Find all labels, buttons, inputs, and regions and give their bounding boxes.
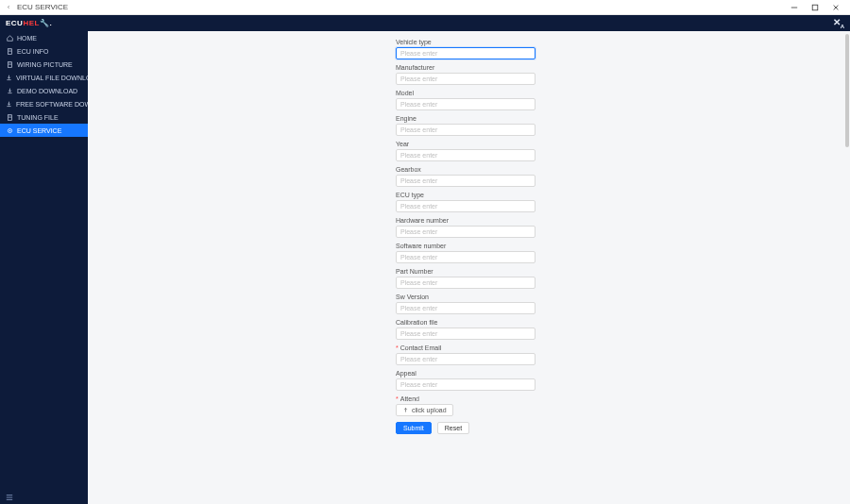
sidebar-item-label: WIRING PICTURE — [17, 61, 73, 68]
field-label: Vehicle type — [396, 39, 837, 45]
reset-button[interactable]: Reset — [437, 422, 469, 434]
field-label: Engine — [396, 115, 837, 122]
form-actions: SubmitReset — [396, 422, 837, 434]
sidebar-item-ecu-info[interactable]: ECU INFO — [0, 44, 88, 58]
nav-list: HOMEECU INFOWIRING PICTUREVIRTUAL FILE D… — [0, 31, 88, 137]
field-vehicle-type: Vehicle type — [396, 39, 837, 59]
field-label: Calibration file — [396, 319, 837, 326]
field-contact-email: *Contact Email — [396, 344, 837, 365]
svg-rect-1 — [812, 5, 818, 10]
app-header: ECUHEL🔧. ✕A — [0, 15, 850, 31]
home-icon — [6, 34, 13, 42]
scrollbar[interactable] — [845, 34, 849, 501]
maximize-button[interactable] — [805, 1, 825, 14]
upload-label: click upload — [412, 407, 447, 413]
field-label: ECU type — [396, 192, 837, 198]
file-icon — [6, 113, 13, 121]
field-ecu-type: ECU type — [396, 192, 837, 212]
minimize-button[interactable] — [784, 1, 805, 14]
sidebar-item-wiring-picture[interactable]: WIRING PICTURE — [0, 58, 88, 71]
ecu-service-form: Vehicle typeManufacturerModelEngineYearG… — [396, 39, 837, 495]
sidebar-item-label: VIRTUAL FILE DOWNLOAD — [16, 75, 88, 81]
sidebar-item-label: ECU INFO — [17, 48, 48, 55]
field-appeal: Appeal — [396, 370, 837, 391]
sidebar-item-label: HOME — [17, 35, 37, 42]
file-icon — [6, 60, 13, 68]
service-icon — [6, 126, 13, 134]
field-label: Part Number — [396, 268, 837, 275]
download-icon — [6, 74, 12, 81]
software-number-input[interactable] — [396, 251, 536, 263]
field-part-number: Part Number — [396, 268, 837, 289]
hardware-number-input[interactable] — [396, 226, 536, 238]
submit-button[interactable]: Submit — [396, 422, 432, 434]
sidebar-item-demo-download[interactable]: DEMO DOWNLOAD — [0, 84, 88, 97]
upload-icon — [402, 407, 409, 414]
field-model: Model — [396, 90, 837, 110]
sidebar-item-label: TUNING FILE — [17, 114, 59, 121]
sidebar: HOMEECU INFOWIRING PICTUREVIRTUAL FILE D… — [0, 31, 88, 504]
field-gearbox: Gearbox — [396, 166, 837, 187]
part-number-input[interactable] — [396, 277, 536, 289]
sidebar-item-home[interactable]: HOME — [0, 31, 88, 44]
upload-button[interactable]: click upload — [396, 404, 453, 416]
vehicle-type-input[interactable] — [396, 47, 536, 59]
model-input[interactable] — [396, 98, 536, 110]
field-software-number: Software number — [396, 243, 837, 263]
gearbox-input[interactable] — [396, 175, 536, 187]
file-icon — [6, 47, 13, 55]
field-calibration-file: Calibration file — [396, 319, 837, 340]
manufacturer-input[interactable] — [396, 73, 536, 85]
download-icon — [6, 100, 12, 108]
engine-input[interactable] — [396, 124, 536, 136]
sw-version-input[interactable] — [396, 302, 536, 314]
back-button[interactable]: ‹ — [4, 3, 13, 11]
field-label: Software number — [396, 243, 837, 249]
calibration-file-input[interactable] — [396, 328, 536, 340]
field-label: Year — [396, 141, 837, 147]
brand-logo: ECUHEL🔧. — [6, 19, 52, 27]
field-sw-version: Sw Version — [396, 294, 837, 314]
field-engine: Engine — [396, 115, 837, 136]
field-manufacturer: Manufacturer — [396, 64, 837, 85]
main-content: Vehicle typeManufacturerModelEngineYearG… — [88, 31, 850, 504]
contact-email-input[interactable] — [396, 353, 536, 365]
year-input[interactable] — [396, 149, 536, 161]
language-switch-icon[interactable]: ✕A — [833, 17, 844, 29]
sidebar-item-tuning-file[interactable]: TUNING FILE — [0, 110, 88, 124]
sidebar-item-label: DEMO DOWNLOAD — [17, 88, 77, 94]
sidebar-item-ecu-service[interactable]: ECU SERVICE — [0, 124, 88, 137]
field-label: Sw Version — [396, 294, 837, 300]
sidebar-collapse-button[interactable] — [0, 491, 88, 504]
sidebar-item-free-software-downlo[interactable]: FREE SOFTWARE DOWNLO... — [0, 97, 88, 110]
sidebar-item-label: FREE SOFTWARE DOWNLO... — [16, 101, 88, 108]
svg-point-14 — [8, 129, 9, 130]
field-label: Hardware number — [396, 217, 837, 224]
window-titlebar: ‹ ECU SERVICE — [0, 0, 850, 15]
download-icon — [6, 87, 13, 94]
field-label: Gearbox — [396, 166, 837, 173]
window-title: ECU SERVICE — [17, 3, 68, 11]
field-label: Model — [396, 90, 837, 96]
field-hardware-number: Hardware number — [396, 217, 837, 238]
field-attend: *Attendclick upload — [396, 395, 837, 416]
close-button[interactable] — [825, 1, 846, 14]
sidebar-item-label: ECU SERVICE — [17, 127, 61, 134]
scroll-thumb[interactable] — [845, 34, 849, 147]
field-label: *Contact Email — [396, 344, 837, 351]
field-year: Year — [396, 141, 837, 161]
appeal-input[interactable] — [396, 378, 536, 391]
field-label: *Attend — [396, 395, 837, 402]
sidebar-item-virtual-file-download[interactable]: VIRTUAL FILE DOWNLOAD — [0, 71, 88, 84]
field-label: Appeal — [396, 370, 837, 377]
ecu-type-input[interactable] — [396, 200, 536, 212]
field-label: Manufacturer — [396, 64, 837, 71]
